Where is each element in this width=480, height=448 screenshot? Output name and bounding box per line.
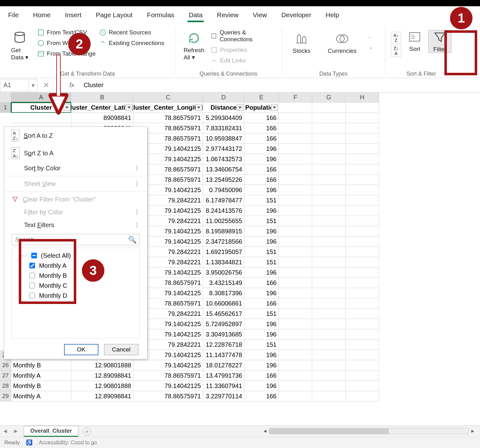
cell[interactable] [346,267,379,278]
cell[interactable] [279,298,312,309]
cell[interactable] [312,309,346,319]
checkbox[interactable] [29,273,35,278]
filter-item-monthly-d[interactable]: Monthly D [16,291,136,301]
cell[interactable] [312,371,346,381]
cell[interactable] [312,164,346,175]
header-cell[interactable]: Distance [203,102,244,113]
cell[interactable] [346,175,379,185]
ribbon-tab-home[interactable]: Home [31,9,53,22]
queries-connections-button[interactable]: Queries & Connections [211,28,276,44]
cell[interactable] [346,164,379,175]
sort-za-item[interactable]: ZA↓ Sort Z to A [4,144,147,162]
cell[interactable]: 6.174978477 [203,195,244,206]
cell[interactable]: 196 [244,154,279,164]
header-cell[interactable] [279,102,312,113]
chevron-up-icon[interactable]: ˆ [369,37,373,42]
cell[interactable] [346,216,379,226]
filter-button[interactable]: Filter [428,30,452,53]
cell[interactable] [346,360,379,371]
sort-az-item[interactable]: AZ↓ Sort A to Z [4,127,147,144]
cell[interactable]: 151 [244,216,279,226]
name-box[interactable]: A1 ▾ [0,79,38,92]
cell[interactable]: 2.977443172 [203,144,244,154]
cell[interactable] [346,278,379,288]
cell[interactable] [346,123,379,133]
stocks-button[interactable]: Stocks [288,32,316,54]
get-data-button[interactable]: GetData ▾ [6,31,34,61]
cell[interactable]: 166 [244,164,279,175]
cell[interactable] [312,360,346,371]
recent-sources-button[interactable]: Recent Sources [99,28,164,37]
cell[interactable]: 166 [244,175,279,185]
col-header-E[interactable]: E [244,92,279,102]
cell[interactable] [346,226,379,236]
cell[interactable] [312,113,346,123]
filter-dropdown-button[interactable] [126,104,132,111]
cell[interactable] [312,236,346,247]
cell[interactable]: Monthly B [11,381,71,391]
cell[interactable]: 3.950026756 [203,267,244,278]
ribbon-tab-developer[interactable]: Developer [279,9,314,22]
filter-item-monthly-c[interactable]: Monthly C [16,281,136,291]
cell[interactable]: 196 [244,360,279,371]
cell[interactable]: 3.304913685 [203,329,244,340]
col-header-F[interactable]: F [279,92,312,102]
col-header-C[interactable]: C [133,92,203,102]
cell[interactable] [312,175,346,185]
cell[interactable]: 151 [244,247,279,257]
row-header[interactable]: 28 [0,381,11,391]
cell[interactable]: Monthly A [11,391,71,401]
cell[interactable] [279,340,312,350]
cancel-button[interactable]: Cancel [104,344,138,355]
col-header-B[interactable]: B [71,92,133,102]
filter-item-monthly-b[interactable]: Monthly B [16,271,136,281]
ribbon-tab-page-layout[interactable]: Page Layout [93,9,135,22]
header-cell[interactable]: Cluster_Center_Latitude [71,102,133,113]
currencies-button[interactable]: Currencies [328,32,356,54]
cell[interactable] [346,206,379,216]
cell[interactable] [279,278,312,288]
cell[interactable] [279,123,312,133]
cell[interactable]: 3.43215149 [203,278,244,288]
filter-values-box[interactable]: ⋯document.currentScript.previousElementS… [12,248,140,338]
cell[interactable] [279,267,312,278]
header-cell[interactable]: Population [244,102,279,113]
cell[interactable]: 196 [244,288,279,298]
horizontal-scrollbar[interactable]: ◄► [261,426,477,437]
cell[interactable]: 196 [244,381,279,391]
cell[interactable] [279,319,312,329]
cell[interactable]: 1.067432573 [203,154,244,164]
cell[interactable] [346,247,379,257]
cell[interactable] [312,206,346,216]
cell[interactable]: 196 [244,329,279,340]
cell[interactable]: 11.14377478 [203,350,244,360]
cell[interactable] [279,329,312,340]
cell[interactable]: 5.299304409 [203,113,244,123]
cell[interactable]: 15.46562617 [203,309,244,319]
header-cell[interactable]: Cluster_Center_Longitude [133,102,203,113]
cell[interactable] [279,133,312,144]
cell[interactable]: 11.00255655 [203,216,244,226]
sort-asc-button[interactable]: A↓Z [391,32,401,44]
checkbox[interactable] [29,263,35,268]
sheet-nav-prev[interactable]: ◄ [0,428,11,435]
cell[interactable] [279,216,312,226]
cell[interactable]: 196 [244,319,279,329]
name-box-dropdown[interactable]: ▾ [28,79,37,91]
cell[interactable]: 196 [244,206,279,216]
cell[interactable] [279,247,312,257]
cell[interactable] [279,164,312,175]
col-header-G[interactable]: G [312,92,346,102]
header-cell[interactable] [346,102,379,113]
cell[interactable]: 13.34606754 [203,164,244,175]
sheet-nav-next[interactable]: ► [11,428,21,435]
ribbon-tab-review[interactable]: Review [214,9,241,22]
ribbon-tab-file[interactable]: File [6,9,21,22]
cell[interactable]: 10.66006861 [203,298,244,309]
filter-dropdown-button[interactable] [195,104,202,111]
cell[interactable] [346,391,379,401]
cell[interactable] [279,185,312,195]
sort-by-color-item[interactable]: Sort by Color 〉 [4,162,147,175]
row-header[interactable]: 27 [0,371,11,381]
cell[interactable] [346,350,379,360]
